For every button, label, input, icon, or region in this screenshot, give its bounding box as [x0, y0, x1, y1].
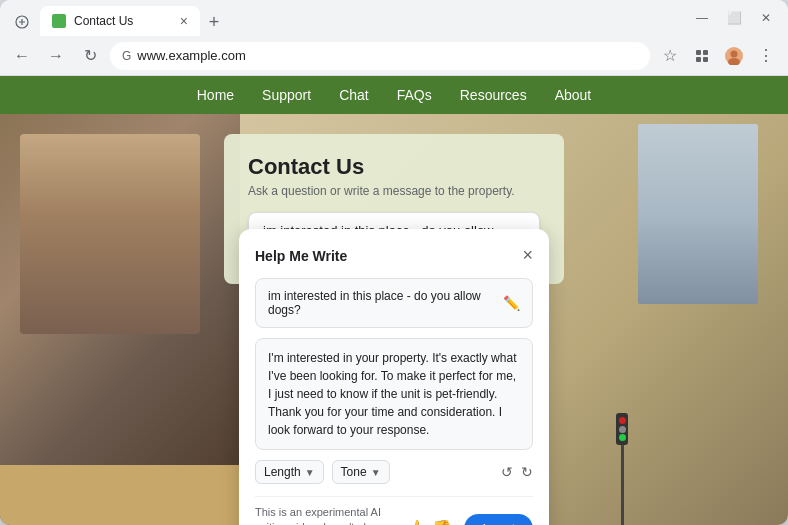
hmw-refresh-button[interactable]: ↻ — [521, 464, 533, 480]
active-tab[interactable]: Contact Us × — [40, 6, 200, 36]
website-content: Home Support Chat FAQs Resources About — [0, 76, 788, 525]
address-bar: ← → ↻ G www.example.com ☆ ⋮ — [0, 36, 788, 76]
nav-chat[interactable]: Chat — [339, 87, 369, 103]
tab-title: Contact Us — [74, 14, 172, 28]
hmw-result-text: I'm interested in your property. It's ex… — [255, 338, 533, 450]
svg-rect-2 — [696, 50, 701, 55]
forward-button[interactable]: → — [42, 42, 70, 70]
svg-rect-4 — [696, 57, 701, 62]
new-tab-button[interactable]: + — [200, 8, 228, 36]
hmw-thumbs-down-button[interactable]: 👎 — [432, 519, 452, 525]
help-me-write-popup: Help Me Write × im interested in this pl… — [239, 229, 549, 525]
hmw-length-arrow: ▼ — [305, 467, 315, 478]
hmw-tone-label: Tone — [341, 465, 367, 479]
minimize-button[interactable]: — — [688, 4, 716, 32]
google-icon: G — [122, 49, 131, 63]
hmw-tone-arrow: ▼ — [371, 467, 381, 478]
browser-window: Contact Us × + — ⬜ ✕ ← → ↻ G www.example… — [0, 0, 788, 525]
hmw-input-area: im interested in this place - do you all… — [255, 278, 533, 328]
nav-support[interactable]: Support — [262, 87, 311, 103]
contact-title: Contact Us — [248, 154, 540, 180]
nav-about[interactable]: About — [555, 87, 592, 103]
tab-bar: Contact Us × + — [8, 0, 676, 36]
hmw-input-text: im interested in this place - do you all… — [268, 289, 503, 317]
contact-subtitle: Ask a question or write a message to the… — [248, 184, 540, 198]
content-overlay: Contact Us Ask a question or write a mes… — [0, 114, 788, 525]
hmw-length-select[interactable]: Length ▼ — [255, 460, 324, 484]
svg-point-7 — [731, 50, 738, 57]
svg-rect-3 — [703, 50, 708, 55]
hmw-feedback: 👍 👎 — [406, 519, 452, 525]
hmw-insert-button[interactable]: Insert — [464, 514, 533, 525]
url-bar[interactable]: G www.example.com — [110, 42, 650, 70]
site-navigation: Home Support Chat FAQs Resources About — [0, 76, 788, 114]
hmw-tone-select[interactable]: Tone ▼ — [332, 460, 390, 484]
maximize-button[interactable]: ⬜ — [720, 4, 748, 32]
tab-close-button[interactable]: × — [180, 13, 188, 29]
hero-section: Contact Us Ask a question or write a mes… — [0, 114, 788, 525]
extensions-button[interactable] — [688, 42, 716, 70]
close-button[interactable]: ✕ — [752, 4, 780, 32]
nav-faqs[interactable]: FAQs — [397, 87, 432, 103]
hmw-title: Help Me Write — [255, 248, 347, 264]
hmw-length-label: Length — [264, 465, 301, 479]
tab-favicon — [52, 14, 66, 28]
hmw-thumbs-up-button[interactable]: 👍 — [406, 519, 426, 525]
hmw-header: Help Me Write × — [255, 245, 533, 266]
hmw-close-button[interactable]: × — [522, 245, 533, 266]
nav-resources[interactable]: Resources — [460, 87, 527, 103]
hmw-disclaimer-text: This is an experimental AI writing aid a… — [255, 506, 391, 525]
hmw-footer: This is an experimental AI writing aid a… — [255, 496, 533, 525]
hmw-undo-button[interactable]: ↺ — [501, 464, 513, 480]
bookmark-button[interactable]: ☆ — [656, 42, 684, 70]
tab-strip-left — [8, 8, 36, 36]
menu-button[interactable]: ⋮ — [752, 42, 780, 70]
window-controls: — ⬜ ✕ — [688, 4, 780, 32]
reload-button[interactable]: ↻ — [76, 42, 104, 70]
nav-home[interactable]: Home — [197, 87, 234, 103]
hmw-edit-icon[interactable]: ✏️ — [503, 295, 520, 311]
toolbar-icons: ☆ ⋮ — [656, 42, 780, 70]
back-button[interactable]: ← — [8, 42, 36, 70]
svg-rect-5 — [703, 57, 708, 62]
title-bar: Contact Us × + — ⬜ ✕ — [0, 0, 788, 36]
hmw-disclaimer: This is an experimental AI writing aid a… — [255, 505, 406, 525]
profile-button[interactable] — [720, 42, 748, 70]
new-tab-icon: + — [209, 12, 220, 33]
svg-rect-1 — [54, 16, 64, 26]
url-text: www.example.com — [137, 48, 638, 63]
hmw-controls: Length ▼ Tone ▼ ↺ ↻ — [255, 460, 533, 484]
